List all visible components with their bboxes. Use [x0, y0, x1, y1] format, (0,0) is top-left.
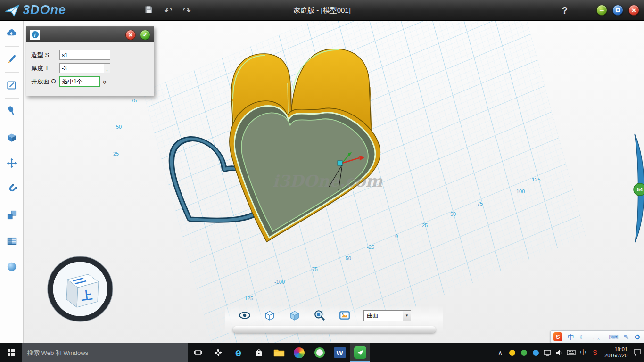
network-button[interactable]: [543, 349, 552, 356]
view-cube[interactable]: 上: [45, 254, 116, 324]
sidebar-item-magnet[interactable]: [0, 176, 24, 202]
snapshot-button[interactable]: [339, 309, 351, 321]
sidebar-item-section[interactable]: [0, 228, 24, 254]
edge-icon: e: [235, 347, 241, 358]
sidebar-item-render[interactable]: [0, 254, 24, 280]
move-arrows-icon: [6, 157, 18, 169]
minimize-button[interactable]: ─: [596, 5, 607, 16]
open-face-input[interactable]: [59, 76, 100, 87]
shape-input[interactable]: [59, 50, 110, 60]
tool-sidebar: [0, 21, 24, 343]
ime-punctuation-toggle[interactable]: ，。: [590, 334, 603, 340]
close-button[interactable]: ×: [628, 5, 639, 16]
sidebar-item-paint[interactable]: [0, 47, 24, 72]
tray-app-yellow[interactable]: [508, 350, 516, 356]
spin-up-button[interactable]: ▲: [104, 64, 110, 68]
chevron-down-icon[interactable]: ▾: [403, 311, 411, 321]
taskbar-app-3done[interactable]: [350, 343, 370, 362]
ime-settings-icon[interactable]: ⚙: [634, 334, 640, 340]
taskbar-app-media[interactable]: [289, 343, 309, 362]
keyboard-icon: [567, 349, 576, 356]
sidebar-item-assembly[interactable]: [0, 202, 24, 228]
action-center-button[interactable]: [633, 348, 642, 357]
view-cube-face-label: 上: [80, 288, 93, 303]
window-title: 家庭版 - [模型001]: [0, 0, 644, 21]
volume-button[interactable]: [555, 349, 563, 356]
solid-cube-icon: [6, 131, 18, 143]
tray-app-blue[interactable]: [531, 350, 540, 356]
handle-badge-text: 54: [637, 187, 643, 192]
ime-pen-icon[interactable]: ✎: [624, 334, 629, 340]
clock-date: 2016/7/20: [604, 353, 627, 359]
ime-moon-icon[interactable]: ☾: [579, 334, 586, 340]
thickness-input[interactable]: [59, 63, 110, 73]
redo-button[interactable]: ↷: [183, 6, 191, 16]
view-rotate-handle[interactable]: 54: [634, 134, 644, 242]
help-button[interactable]: ?: [562, 0, 568, 21]
save-button[interactable]: [144, 5, 154, 16]
taskbar-app-word[interactable]: W: [330, 343, 350, 362]
display-toolbar: 曲面 ▾: [225, 305, 443, 333]
action-center-icon: [633, 348, 642, 357]
taskbar-app-explorer[interactable]: [269, 343, 289, 362]
undo-button[interactable]: ↶: [164, 6, 173, 16]
yellow-dot-icon: [509, 350, 515, 356]
render-sphere-icon: [6, 261, 18, 273]
sidebar-item-community[interactable]: [0, 21, 24, 46]
color-wheel-icon: [294, 347, 305, 358]
taskbar-app-edge[interactable]: e: [228, 343, 248, 362]
sogou-tray-icon[interactable]: S: [591, 349, 599, 356]
store-bag-icon: [253, 347, 264, 358]
windows-logo-icon: [8, 349, 15, 356]
wireframe-cube-button[interactable]: [264, 309, 276, 321]
sidebar-item-sketch[interactable]: [0, 73, 24, 98]
sidebar-item-feature[interactable]: [0, 124, 24, 150]
ime-toolbar: S 中 ☾ ，。 ⌨ ✎ ⚙: [550, 330, 644, 343]
tray-app-green[interactable]: [520, 350, 528, 356]
sidebar-item-move[interactable]: [0, 150, 24, 176]
section-view-icon: [6, 235, 18, 247]
taskbar: e W ∧: [0, 343, 644, 362]
system-tray: ∧ 中 S: [496, 343, 644, 362]
task-view-button[interactable]: [188, 343, 208, 362]
dialog-body: 造型 S 厚度 T ▲ ▼ 开放面 O »: [26, 42, 154, 96]
app-logo-text: 3DOne: [23, 3, 66, 17]
app-logo: 3DOne: [5, 3, 66, 17]
ime-keyboard-icon[interactable]: ⌨: [609, 334, 618, 340]
screen: i3DOne.com 54 75 50 25 -125 -100: [0, 0, 644, 362]
shape-label: 造型 S: [31, 51, 59, 59]
magnet-icon: [6, 183, 18, 195]
taskbar-app-store[interactable]: [248, 343, 269, 362]
ime-chinese-toggle[interactable]: 中: [568, 334, 574, 340]
cancel-button[interactable]: ×: [125, 30, 136, 40]
taskbar-app-pinwheel[interactable]: [208, 343, 228, 362]
clock-time: 18:01: [604, 346, 627, 353]
maximize-button[interactable]: [612, 5, 623, 16]
threedone-icon: [354, 346, 366, 359]
sidebar-item-deform[interactable]: [0, 99, 24, 124]
taskbar-app-browser[interactable]: [309, 343, 330, 362]
ime-indicator[interactable]: 中: [579, 348, 587, 357]
sogou-logo-icon[interactable]: S: [553, 332, 562, 341]
visibility-eye-button[interactable]: [239, 309, 251, 321]
clock[interactable]: 18:01 2016/7/20: [603, 346, 629, 359]
blue-dot-icon: [533, 350, 539, 356]
expand-chevron-icon[interactable]: »: [101, 80, 109, 83]
zoom-button[interactable]: [314, 309, 326, 321]
open-face-label: 开放面 O: [31, 77, 59, 86]
search-input[interactable]: [22, 343, 188, 362]
spin-down-button[interactable]: ▼: [104, 68, 110, 73]
render-mode-select[interactable]: 曲面 ▾: [363, 310, 411, 321]
start-button[interactable]: [0, 343, 22, 362]
dialog-header: i × ✓: [26, 27, 154, 42]
watermark-text: i3DOne.com: [272, 172, 383, 190]
spoon-icon: [6, 105, 18, 117]
confirm-button[interactable]: ✓: [140, 30, 150, 40]
touch-keyboard-button[interactable]: [567, 349, 576, 356]
tray-expand-button[interactable]: ∧: [496, 349, 504, 356]
word-icon: W: [334, 347, 346, 358]
save-icon: [144, 5, 154, 15]
volume-icon: [555, 349, 563, 356]
cloud-download-icon: [6, 27, 18, 40]
shaded-cube-button[interactable]: [289, 309, 301, 321]
